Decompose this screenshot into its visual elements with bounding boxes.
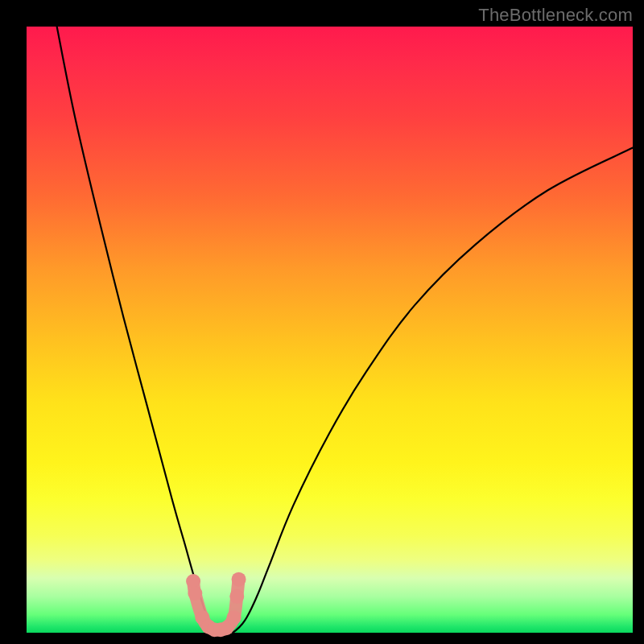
bottleneck-curve-path (57, 27, 633, 634)
bottleneck-curve (57, 27, 633, 634)
chart-stage: TheBottleneck.com (0, 0, 644, 644)
marker-dot (188, 586, 202, 601)
marker-dot (229, 589, 244, 604)
watermark-text: TheBottleneck.com (478, 5, 633, 26)
marker-dot (232, 572, 246, 587)
highlight-markers (186, 572, 246, 637)
marker-dot (227, 610, 242, 625)
curve-layer (27, 27, 633, 633)
marker-dot (186, 574, 200, 588)
plot-area (27, 27, 633, 633)
